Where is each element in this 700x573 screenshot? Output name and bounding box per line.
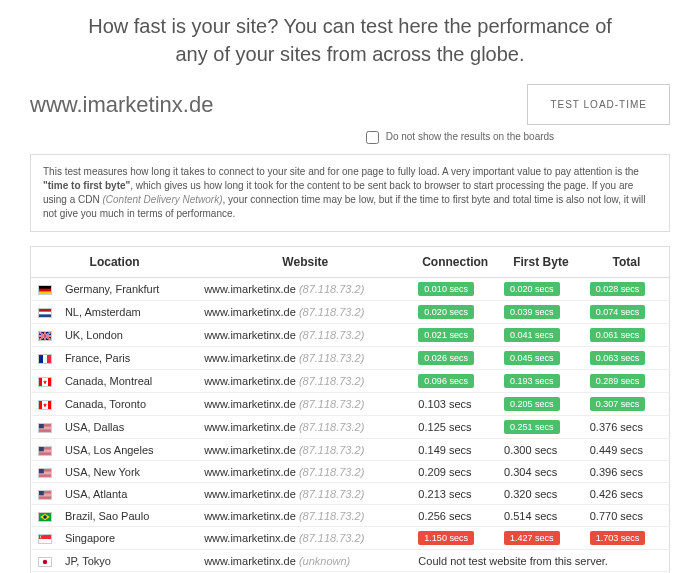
- metric-fb: 1.427 secs: [504, 531, 560, 545]
- metric-conn: 0.021 secs: [418, 328, 474, 342]
- table-row: Canada, Montrealwww.imarketinx.de (87.11…: [31, 370, 670, 393]
- location-cell: Germany, Frankfurt: [59, 278, 198, 301]
- svg-rect-37: [39, 469, 44, 473]
- dont-show-checkbox[interactable]: [366, 131, 379, 144]
- svg-rect-27: [39, 452, 51, 453]
- website-cell: www.imarketinx.de (87.118.73.2): [198, 527, 412, 550]
- col-location: Location: [31, 247, 199, 278]
- table-row: Canada, Torontowww.imarketinx.de (87.118…: [31, 393, 670, 416]
- table-row: USA, Dallaswww.imarketinx.de (87.118.73.…: [31, 416, 670, 439]
- metric-conn: 0.096 secs: [418, 374, 474, 388]
- test-load-button[interactable]: TEST LOAD-TIME: [527, 84, 670, 125]
- table-row: UK, Londonwww.imarketinx.de (87.118.73.2…: [31, 324, 670, 347]
- svg-rect-5: [39, 309, 51, 312]
- metric-fb: 0.020 secs: [504, 282, 560, 296]
- metric-conn: 0.026 secs: [418, 351, 474, 365]
- col-total: Total: [584, 247, 670, 278]
- location-cell: USA, New York: [59, 461, 198, 483]
- website-cell: www.imarketinx.de (87.118.73.2): [198, 461, 412, 483]
- svg-rect-36: [39, 475, 51, 476]
- metric-tot: 1.703 secs: [590, 531, 646, 545]
- svg-point-47: [43, 515, 47, 519]
- website-cell: www.imarketinx.de (87.118.73.2): [198, 324, 412, 347]
- table-row: France, Pariswww.imarketinx.de (87.118.7…: [31, 347, 670, 370]
- url-input[interactable]: [30, 88, 527, 122]
- svg-rect-21: [39, 424, 44, 428]
- location-cell: Singapore: [59, 527, 198, 550]
- svg-rect-43: [39, 496, 51, 497]
- flag-icon: [31, 393, 59, 416]
- metric-tot: 0.426 secs: [590, 488, 643, 500]
- metric-fb: 0.045 secs: [504, 351, 560, 365]
- svg-point-53: [43, 559, 47, 563]
- svg-rect-20: [39, 431, 51, 432]
- metric-conn: 0.209 secs: [418, 466, 471, 478]
- table-row: NL, Amsterdamwww.imarketinx.de (87.118.7…: [31, 301, 670, 324]
- flag-icon: [31, 324, 59, 347]
- website-cell: www.imarketinx.de (87.118.73.2): [198, 505, 412, 527]
- results-table: Location Website Connection First Byte T…: [30, 246, 670, 573]
- metric-tot: 0.028 secs: [590, 282, 646, 296]
- flag-icon: [31, 527, 59, 550]
- metric-fb: 0.251 secs: [504, 420, 560, 434]
- location-cell: USA, Atlanta: [59, 483, 198, 505]
- svg-rect-2: [39, 291, 51, 294]
- col-first-byte: First Byte: [498, 247, 584, 278]
- website-cell: www.imarketinx.de (unknown): [198, 550, 412, 572]
- dont-show-option[interactable]: Do not show the results on the boards: [366, 131, 554, 142]
- table-row: USA, Los Angeleswww.imarketinx.de (87.11…: [31, 439, 670, 461]
- metric-fb: 0.304 secs: [504, 466, 557, 478]
- location-cell: Brazil, Sao Paulo: [59, 505, 198, 527]
- col-connection: Connection: [412, 247, 498, 278]
- metric-conn: 0.103 secs: [418, 398, 471, 410]
- website-cell: www.imarketinx.de (87.118.73.2): [198, 347, 412, 370]
- dont-show-label: Do not show the results on the boards: [386, 131, 554, 142]
- metric-conn: 0.020 secs: [418, 305, 474, 319]
- svg-rect-44: [39, 497, 51, 498]
- metric-fb: 0.041 secs: [504, 328, 560, 342]
- flag-icon: [31, 439, 59, 461]
- metric-conn: 0.256 secs: [418, 510, 471, 522]
- flag-icon: [31, 370, 59, 393]
- svg-rect-7: [39, 355, 43, 363]
- svg-rect-35: [39, 474, 51, 475]
- location-cell: USA, Los Angeles: [59, 439, 198, 461]
- svg-rect-26: [39, 451, 51, 452]
- location-cell: USA, Dallas: [59, 416, 198, 439]
- svg-rect-1: [39, 289, 51, 292]
- svg-rect-34: [39, 473, 51, 474]
- svg-rect-19: [39, 430, 51, 431]
- flag-icon: [31, 347, 59, 370]
- metric-tot: 0.074 secs: [590, 305, 646, 319]
- svg-rect-28: [39, 453, 51, 454]
- svg-rect-29: [39, 447, 44, 451]
- metric-conn: 0.213 secs: [418, 488, 471, 500]
- metric-tot: 0.063 secs: [590, 351, 646, 365]
- table-row: Singaporewww.imarketinx.de (87.118.73.2)…: [31, 527, 670, 550]
- website-cell: www.imarketinx.de (87.118.73.2): [198, 439, 412, 461]
- location-cell: Canada, Montreal: [59, 370, 198, 393]
- website-cell: www.imarketinx.de (87.118.73.2): [198, 301, 412, 324]
- flag-icon: [31, 416, 59, 439]
- metric-tot: 0.289 secs: [590, 374, 646, 388]
- svg-point-51: [41, 536, 44, 539]
- website-cell: www.imarketinx.de (87.118.73.2): [198, 393, 412, 416]
- flag-icon: [31, 301, 59, 324]
- svg-rect-18: [39, 428, 51, 429]
- flag-icon: [31, 278, 59, 301]
- metric-fb: 0.320 secs: [504, 488, 557, 500]
- location-cell: JP, Tokyo: [59, 550, 198, 572]
- metric-tot: 0.061 secs: [590, 328, 646, 342]
- page-heading: How fast is your site? You can test here…: [30, 0, 670, 84]
- metric-conn: 0.149 secs: [418, 444, 471, 456]
- table-row: JP, Tokyowww.imarketinx.de (unknown)Coul…: [31, 550, 670, 572]
- col-website: Website: [198, 247, 412, 278]
- table-row: USA, New Yorkwww.imarketinx.de (87.118.7…: [31, 461, 670, 483]
- website-cell: www.imarketinx.de (87.118.73.2): [198, 370, 412, 393]
- table-row: USA, Atlantawww.imarketinx.de (87.118.73…: [31, 483, 670, 505]
- svg-rect-45: [39, 491, 44, 495]
- svg-rect-8: [43, 355, 47, 363]
- metric-tot: 0.376 secs: [590, 421, 643, 433]
- table-row: Germany, Frankfurtwww.imarketinx.de (87.…: [31, 278, 670, 301]
- metric-fb: 0.514 secs: [504, 510, 557, 522]
